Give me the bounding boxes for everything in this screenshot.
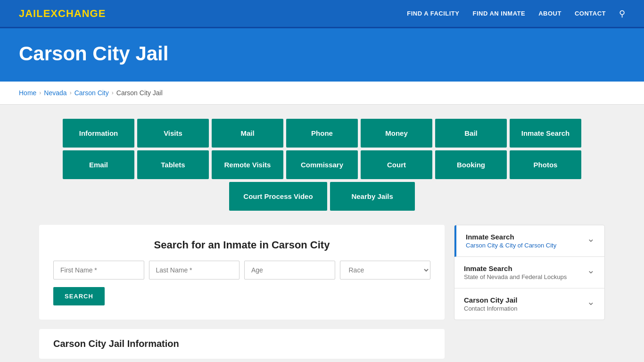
- search-title: Search for an Inmate in Carson City: [53, 239, 430, 251]
- sidebar-item-subtitle-1: Carson City & City of Carson City: [466, 242, 556, 249]
- search-card: Search for an Inmate in Carson City Race…: [39, 225, 445, 320]
- btn-mail[interactable]: Mail: [212, 119, 283, 148]
- chevron-down-icon-2: ⌄: [587, 264, 595, 276]
- breadcrumb-sep-1: ›: [39, 90, 41, 96]
- info-title: Carson City Jail Information: [53, 338, 430, 349]
- nav-about[interactable]: ABOUT: [538, 10, 561, 17]
- sidebar-card: Inmate Search Carson City & City of Cars…: [454, 225, 605, 320]
- breadcrumb-bar: Home › Nevada › Carson City › Carson Cit…: [0, 82, 644, 105]
- search-button[interactable]: SEARCH: [53, 287, 105, 305]
- content-row: Search for an Inmate in Carson City Race…: [39, 225, 605, 359]
- btn-phone[interactable]: Phone: [286, 119, 358, 148]
- sidebar-item-title-2: Inmate Search: [464, 264, 567, 272]
- sidebar-item-subtitle-2: State of Nevada and Federal Lockups: [464, 273, 567, 280]
- sidebar-item-contact-info[interactable]: Carson City Jail Contact Information ⌄: [454, 288, 604, 320]
- breadcrumb-home[interactable]: Home: [19, 89, 36, 97]
- sidebar-item-content-1: Inmate Search Carson City & City of Cars…: [466, 233, 556, 249]
- btn-email[interactable]: Email: [63, 150, 134, 179]
- btn-commissary[interactable]: Commissary: [286, 150, 358, 179]
- btn-court[interactable]: Court: [361, 150, 432, 179]
- btn-remote-visits[interactable]: Remote Visits: [212, 150, 283, 179]
- breadcrumb: Home › Nevada › Carson City › Carson Cit…: [19, 89, 625, 97]
- sidebar-item-inmate-search-carson[interactable]: Inmate Search Carson City & City of Cars…: [454, 225, 604, 257]
- logo-jail: JAIL: [19, 8, 43, 19]
- btn-photos[interactable]: Photos: [510, 150, 581, 179]
- nav-find-facility[interactable]: FIND A FACILITY: [407, 10, 459, 17]
- btn-visits[interactable]: Visits: [137, 119, 209, 148]
- search-icon[interactable]: ⚲: [619, 8, 625, 19]
- last-name-input[interactable]: [149, 261, 240, 280]
- age-input[interactable]: [244, 261, 335, 280]
- chevron-down-icon-3: ⌄: [587, 296, 595, 307]
- breadcrumb-nevada[interactable]: Nevada: [44, 89, 66, 97]
- logo-exchange: EXCHANGE: [43, 8, 106, 19]
- btn-bail[interactable]: Bail: [435, 119, 507, 148]
- sidebar-item-inmate-search-nevada[interactable]: Inmate Search State of Nevada and Federa…: [454, 257, 604, 288]
- main-area: Information Visits Mail Phone Money Bail…: [0, 105, 644, 362]
- btn-tablets[interactable]: Tablets: [137, 150, 209, 179]
- sidebar-item-title-3: Carson City Jail: [464, 296, 517, 304]
- breadcrumb-carson-city[interactable]: Carson City: [74, 89, 109, 97]
- nav-button-row3: Court Process Video Nearby Jails: [63, 182, 581, 211]
- search-fields: Race White Black Hispanic Asian Other: [53, 261, 430, 280]
- info-section: Carson City Jail Information: [39, 329, 445, 359]
- btn-booking[interactable]: Booking: [435, 150, 507, 179]
- breadcrumb-sep-2: ›: [70, 90, 72, 96]
- btn-inmate-search[interactable]: Inmate Search: [510, 119, 581, 148]
- navbar: JAILEXCHANGE FIND A FACILITY FIND AN INM…: [0, 0, 644, 28]
- btn-information[interactable]: Information: [63, 119, 134, 148]
- breadcrumb-sep-3: ›: [112, 90, 114, 96]
- sidebar: Inmate Search Carson City & City of Cars…: [454, 225, 605, 320]
- btn-money[interactable]: Money: [361, 119, 432, 148]
- breadcrumb-current: Carson City Jail: [116, 89, 163, 97]
- sidebar-item-subtitle-3: Contact Information: [464, 305, 517, 312]
- nav-button-row2: Email Tablets Remote Visits Commissary C…: [63, 150, 581, 179]
- btn-nearby-jails[interactable]: Nearby Jails: [330, 182, 415, 211]
- first-name-input[interactable]: [53, 261, 144, 280]
- sidebar-item-content-2: Inmate Search State of Nevada and Federa…: [464, 264, 567, 280]
- site-logo[interactable]: JAILEXCHANGE: [19, 8, 106, 20]
- sidebar-item-content-3: Carson City Jail Contact Information: [464, 296, 517, 312]
- page-title: Carson City Jail: [19, 42, 625, 65]
- nav-contact[interactable]: CONTACT: [575, 10, 606, 17]
- hero-section: Carson City Jail: [0, 28, 644, 82]
- left-column: Search for an Inmate in Carson City Race…: [39, 225, 445, 359]
- race-select[interactable]: Race White Black Hispanic Asian Other: [340, 261, 431, 280]
- chevron-down-icon-1: ⌄: [587, 233, 595, 244]
- btn-court-process-video[interactable]: Court Process Video: [229, 182, 327, 211]
- navbar-links: FIND A FACILITY FIND AN INMATE ABOUT CON…: [407, 8, 625, 19]
- nav-find-inmate[interactable]: FIND AN INMATE: [472, 10, 525, 17]
- sidebar-item-title-1: Inmate Search: [466, 233, 556, 241]
- nav-button-row1: Information Visits Mail Phone Money Bail…: [63, 119, 581, 148]
